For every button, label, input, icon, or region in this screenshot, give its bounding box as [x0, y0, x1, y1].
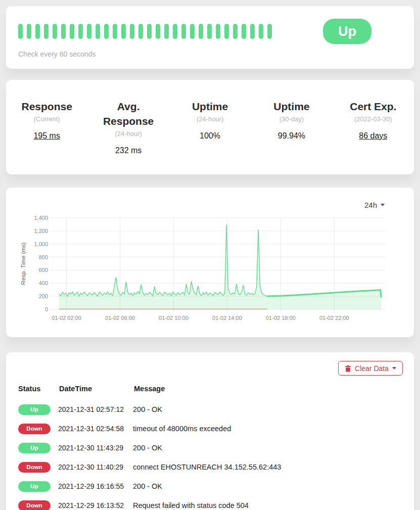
stat-column: Uptime(30-day)99.94%: [251, 99, 332, 155]
heartbeat-bar: [130, 24, 134, 39]
svg-text:01-02 22:00: 01-02 22:00: [319, 315, 349, 321]
monitor-page: Up Check every 60 seconds Response(Curre…: [0, 0, 420, 510]
stat-sublabel: (Current): [6, 115, 87, 123]
heartbeat-bar: [53, 24, 57, 39]
heartbeat-bar: [18, 24, 23, 39]
stat-column: Uptime(24-hour)100%: [169, 99, 251, 155]
svg-text:Resp. Time (ms): Resp. Time (ms): [20, 242, 26, 285]
status-badge: Up: [18, 404, 51, 415]
heartbeat-bar: [35, 24, 40, 39]
heartbeat-bar: [156, 24, 160, 39]
table-row: Down2021-12-31 02:54:58timeout of 48000m…: [17, 419, 403, 438]
heartbeat-bar: [44, 24, 49, 39]
event-datetime: 2021-12-29 16:16:55: [58, 482, 133, 490]
status-badge: Up: [18, 481, 51, 492]
svg-text:1,000: 1,000: [34, 241, 48, 247]
heartbeat-bar: [181, 24, 186, 39]
event-datetime: 2021-12-29 16:13:52: [58, 501, 133, 509]
svg-text:600: 600: [39, 267, 48, 273]
heartbeat-bar: [259, 24, 263, 39]
event-message: Request failed with status code 504: [133, 501, 403, 509]
heartbeat-bar: [138, 24, 143, 39]
chevron-down-icon: [381, 204, 385, 206]
chart-period-select[interactable]: 24h: [364, 201, 385, 209]
clear-data-button[interactable]: Clear Data: [338, 361, 403, 376]
event-datetime: 2021-12-30 11:43:29: [58, 444, 133, 452]
heartbeat-bar: [164, 24, 169, 39]
column-header-message: Message: [134, 385, 403, 393]
heartbeat-bar: [190, 24, 195, 39]
stats-card: Response(Current)195 msAvg. Response(24-…: [6, 80, 414, 174]
svg-text:200: 200: [39, 293, 48, 299]
heartbeat-card: Up Check every 60 seconds: [6, 6, 414, 69]
clear-data-label: Clear Data: [355, 364, 389, 373]
status-badge: Down: [18, 500, 51, 510]
table-row: Down2021-12-29 16:13:52Request failed wi…: [17, 496, 403, 510]
stat-label: Response: [19, 99, 75, 114]
stat-column: Cert Exp.(2022-03-30)86 days: [333, 99, 414, 155]
event-message: connect EHOSTUNREACH 34.152.55.62:443: [133, 463, 403, 471]
heartbeat-bar: [267, 24, 272, 39]
check-interval-caption: Check every 60 seconds: [18, 50, 402, 58]
stat-label: Uptime: [263, 99, 320, 114]
heartbeat-bar: [87, 24, 91, 39]
column-header-status: Status: [18, 385, 59, 393]
status-badge: Down: [18, 424, 51, 434]
stat-sublabel: (30-day): [251, 115, 332, 123]
table-row: Up2021-12-31 02:57:12200 - OK: [17, 400, 403, 419]
chevron-down-icon: [392, 367, 396, 369]
column-header-datetime: DateTime: [59, 385, 134, 393]
stat-sublabel: (24-hour): [87, 130, 169, 137]
trash-icon: [345, 365, 351, 372]
stats-row: Response(Current)195 msAvg. Response(24-…: [6, 99, 414, 155]
stat-value: 99.94%: [251, 131, 332, 141]
stat-value[interactable]: 195 ms: [6, 131, 87, 141]
monitor-status-badge: Up: [323, 19, 371, 44]
heartbeat-bar: [27, 24, 31, 39]
heartbeat-bar: [199, 24, 203, 39]
status-badge: Up: [18, 443, 51, 453]
heartbeat-bar: [113, 24, 117, 39]
stat-sublabel: (2022-03-30): [333, 115, 414, 123]
chart-period-value: 24h: [364, 201, 377, 209]
event-message: 200 - OK: [133, 482, 403, 490]
heartbeat-bar: [78, 24, 83, 39]
events-table-header: Status DateTime Message: [17, 382, 403, 396]
svg-text:01-02 10:00: 01-02 10:00: [159, 315, 189, 321]
heartbeat-bar: [61, 24, 66, 39]
heartbeat-row: Up: [18, 19, 402, 44]
heartbeat-bar: [121, 24, 126, 39]
heartbeat-bar: [250, 24, 255, 39]
heartbeat-bar: [70, 24, 74, 39]
status-badge: Down: [18, 462, 51, 473]
heartbeat-strip: [18, 24, 272, 39]
stat-value[interactable]: 86 days: [333, 131, 414, 141]
table-row: Down2021-12-30 11:40:29connect EHOSTUNRE…: [17, 457, 403, 477]
stat-value: 232 ms: [87, 146, 169, 155]
svg-text:400: 400: [39, 280, 48, 286]
event-datetime: 2021-12-31 02:57:12: [58, 405, 133, 413]
event-message: timeout of 48000ms exceeded: [133, 425, 403, 433]
svg-text:01-02 14:00: 01-02 14:00: [212, 315, 242, 321]
heartbeat-bar: [96, 24, 100, 39]
svg-text:0: 0: [45, 306, 48, 312]
heartbeat-bar: [207, 24, 212, 39]
stat-sublabel: (24-hour): [169, 115, 251, 123]
svg-text:01-02 06:00: 01-02 06:00: [105, 315, 135, 321]
heartbeat-bar: [104, 24, 109, 39]
svg-text:1,200: 1,200: [34, 228, 48, 234]
stat-label: Uptime: [182, 99, 239, 114]
table-row: Up2021-12-30 11:43:29200 - OK: [17, 438, 403, 457]
stat-column: Avg. Response(24-hour)232 ms: [87, 99, 169, 155]
stat-column: Response(Current)195 ms: [6, 99, 87, 155]
stat-label: Avg. Response: [100, 99, 157, 128]
events-rows: Up2021-12-31 02:57:12200 - OKDown2021-12…: [17, 400, 403, 510]
heartbeat-bar: [147, 24, 152, 39]
svg-text:01-02 02:00: 01-02 02:00: [52, 315, 81, 321]
heartbeat-bar: [173, 24, 177, 39]
heartbeat-bar: [224, 24, 229, 39]
event-datetime: 2021-12-30 11:40:29: [58, 463, 133, 471]
events-toolbar: Clear Data: [17, 361, 403, 376]
stat-value: 100%: [169, 131, 251, 141]
events-table: Status DateTime Message Up2021-12-31 02:…: [17, 382, 403, 510]
